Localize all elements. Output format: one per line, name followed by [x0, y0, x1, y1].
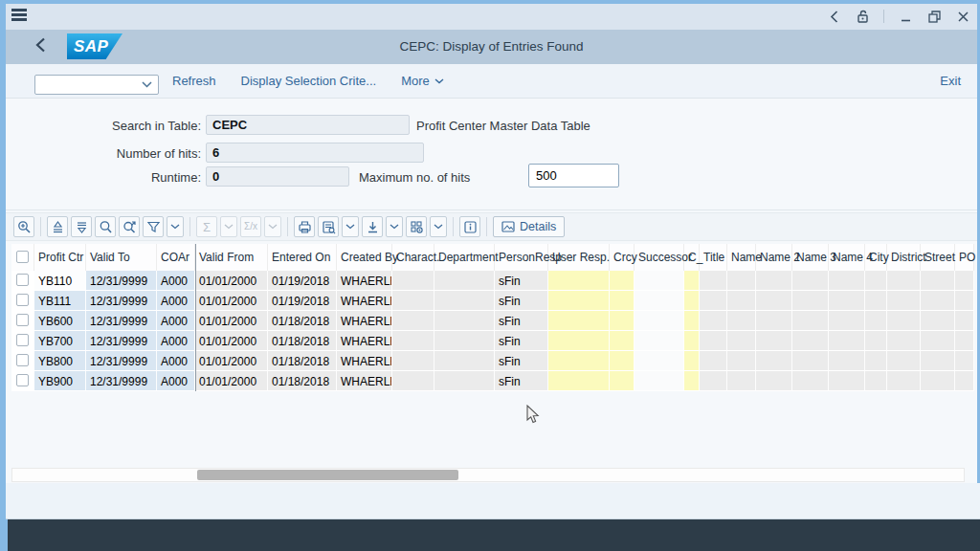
- cell-name-4[interactable]: [829, 351, 865, 371]
- cell-coar[interactable]: A000: [157, 331, 195, 351]
- cell-entered-on[interactable]: 01/18/2018: [268, 311, 337, 331]
- cell-crcy[interactable]: [610, 271, 635, 291]
- cell-user-resp-[interactable]: [548, 311, 610, 331]
- cell-city[interactable]: [865, 271, 887, 291]
- cell-name-2[interactable]: [756, 271, 792, 291]
- cell-city[interactable]: [865, 331, 887, 351]
- cell-user-resp-[interactable]: [548, 271, 610, 291]
- cell-district[interactable]: [887, 351, 921, 371]
- exit-button[interactable]: Exit: [940, 74, 961, 88]
- cell-valid-to[interactable]: 12/31/9999: [86, 351, 157, 371]
- cell-department[interactable]: [434, 291, 495, 311]
- row-checkbox[interactable]: [16, 334, 29, 346]
- cell-valid-to[interactable]: 12/31/9999: [86, 311, 157, 331]
- sort-descending-icon[interactable]: [71, 216, 92, 237]
- cell-po[interactable]: [955, 311, 974, 331]
- cell-valid-from[interactable]: 01/01/2000: [195, 291, 268, 311]
- cell-crcy[interactable]: [610, 291, 635, 311]
- cell-street[interactable]: [921, 331, 955, 351]
- cell-entered-on[interactable]: 01/18/2018: [268, 371, 337, 391]
- cell-department[interactable]: [434, 331, 495, 351]
- row-checkbox[interactable]: [16, 314, 29, 326]
- details-button[interactable]: Details: [493, 216, 565, 237]
- cell-name-2[interactable]: [756, 311, 792, 331]
- cell-personresp[interactable]: sFin: [495, 351, 548, 371]
- cell-personresp[interactable]: sFin: [495, 291, 548, 311]
- cell-name-4[interactable]: [829, 271, 865, 291]
- cell-district[interactable]: [887, 371, 921, 391]
- horizontal-scrollbar[interactable]: [11, 468, 965, 482]
- find-icon[interactable]: [95, 216, 116, 237]
- max-hits-input[interactable]: [528, 164, 619, 187]
- cell-name-4[interactable]: [829, 331, 865, 351]
- cell-name[interactable]: [727, 311, 756, 331]
- cell-name-2[interactable]: [756, 371, 792, 391]
- cell-name-3[interactable]: [792, 271, 829, 291]
- layout-dropdown-icon[interactable]: [430, 216, 447, 237]
- cell-created-by[interactable]: WHAERLE: [337, 331, 392, 351]
- cell-name-4[interactable]: [829, 371, 865, 391]
- cell-valid-from[interactable]: 01/01/2000: [195, 371, 268, 391]
- table-row[interactable]: YB11012/31/9999A00001/01/200001/19/2018W…: [11, 271, 974, 291]
- column-header-department[interactable]: Department: [434, 244, 495, 271]
- cell-valid-to[interactable]: 12/31/9999: [86, 371, 157, 391]
- cell-successor[interactable]: [635, 311, 684, 331]
- cell-department[interactable]: [434, 271, 495, 291]
- cell-crcy[interactable]: [610, 311, 635, 331]
- display-selection-criteria-button[interactable]: Display Selection Crite...: [241, 74, 377, 88]
- cell-created-by[interactable]: WHAERLE: [337, 371, 392, 391]
- cell-coar[interactable]: A000: [157, 291, 195, 311]
- cell-title[interactable]: [700, 351, 727, 371]
- row-checkbox[interactable]: [16, 274, 29, 286]
- column-header-profit-ctr[interactable]: Profit Ctr: [34, 244, 86, 271]
- filter-icon[interactable]: [143, 216, 164, 237]
- column-header-street[interactable]: Street: [921, 244, 955, 271]
- cell-name[interactable]: [727, 271, 756, 291]
- column-header-city[interactable]: City: [865, 244, 887, 271]
- cell-name-3[interactable]: [792, 291, 829, 311]
- cell-name-3[interactable]: [792, 371, 829, 391]
- cell-successor[interactable]: [635, 371, 684, 391]
- cell-city[interactable]: [865, 291, 887, 311]
- cell-c-[interactable]: [684, 311, 700, 331]
- cell-po[interactable]: [955, 371, 974, 391]
- cell-title[interactable]: [700, 271, 727, 291]
- cell-valid-to[interactable]: 12/31/9999: [86, 331, 157, 351]
- cell-district[interactable]: [887, 331, 921, 351]
- cell-c-[interactable]: [684, 371, 700, 391]
- table-row[interactable]: YB90012/31/9999A00001/01/200001/18/2018W…: [11, 371, 974, 391]
- cell-department[interactable]: [434, 371, 495, 391]
- cell-coar[interactable]: A000: [157, 371, 195, 391]
- restore-icon[interactable]: [926, 9, 942, 24]
- column-header-title[interactable]: Title: [700, 244, 727, 271]
- cell-created-by[interactable]: WHAERLE: [337, 311, 392, 331]
- cell-user-resp-[interactable]: [548, 351, 610, 371]
- filter-dropdown-icon[interactable]: [167, 216, 184, 237]
- close-icon[interactable]: [955, 9, 970, 24]
- row-checkbox[interactable]: [16, 294, 29, 306]
- table-row[interactable]: YB80012/31/9999A00001/01/200001/18/2018W…: [11, 351, 974, 371]
- cell-po[interactable]: [955, 271, 974, 291]
- cell-profit-ctr[interactable]: YB110: [34, 271, 86, 291]
- cell-entered-on[interactable]: 01/19/2018: [268, 291, 337, 311]
- choose-details-icon[interactable]: [13, 216, 34, 237]
- column-header-c-[interactable]: C_: [684, 244, 700, 271]
- select-all-checkbox[interactable]: [16, 251, 29, 263]
- cell-created-by[interactable]: WHAERLE: [337, 271, 392, 291]
- column-header-district[interactable]: District: [887, 244, 921, 271]
- number-of-hits-field[interactable]: 6: [206, 143, 424, 163]
- cell-name[interactable]: [727, 351, 756, 371]
- cell-charact-[interactable]: [392, 271, 434, 291]
- cell-entered-on[interactable]: 01/19/2018: [268, 271, 337, 291]
- cell-name[interactable]: [727, 331, 756, 351]
- table-row[interactable]: YB70012/31/9999A00001/01/200001/18/2018W…: [11, 331, 974, 351]
- cell-profit-ctr[interactable]: YB111: [34, 291, 86, 311]
- cell-city[interactable]: [865, 351, 887, 371]
- cell-successor[interactable]: [635, 271, 684, 291]
- cell-profit-ctr[interactable]: YB600: [34, 311, 86, 331]
- cell-profit-ctr[interactable]: YB900: [34, 371, 86, 391]
- table-row[interactable]: YB60012/31/9999A00001/01/200001/18/2018W…: [11, 311, 974, 331]
- views-icon[interactable]: [318, 216, 339, 237]
- cell-crcy[interactable]: [610, 371, 635, 391]
- refresh-button[interactable]: Refresh: [172, 74, 216, 88]
